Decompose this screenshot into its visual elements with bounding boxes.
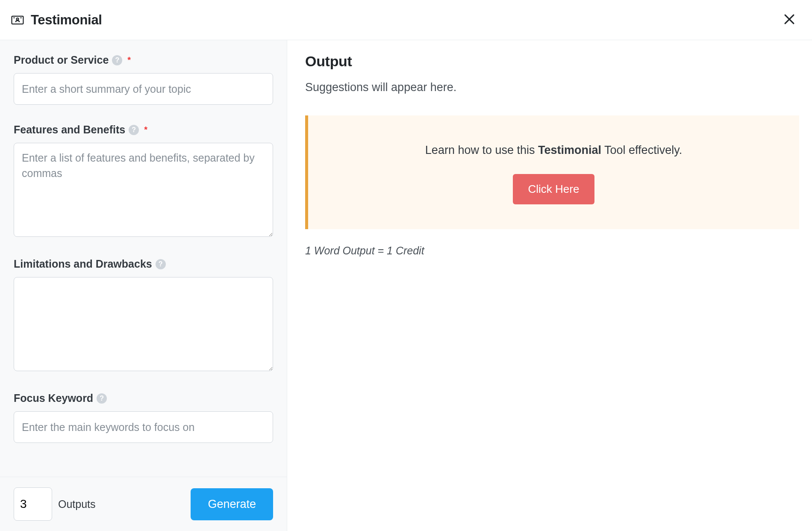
header-bar: Testimonial xyxy=(0,0,812,40)
callout-suffix: Tool effectively. xyxy=(601,144,682,156)
limitations-input[interactable] xyxy=(14,277,273,371)
help-icon: ? xyxy=(112,55,122,65)
output-heading: Output xyxy=(305,53,799,70)
page-title: Testimonial xyxy=(31,12,102,28)
keyword-input[interactable] xyxy=(14,411,273,443)
left-panel: Product or Service ? * Features and Bene… xyxy=(0,40,287,531)
product-label: Product or Service xyxy=(14,54,109,66)
features-label: Features and Benefits xyxy=(14,124,125,136)
left-footer: Outputs Generate xyxy=(0,477,287,531)
features-group: Features and Benefits ? * xyxy=(14,124,273,239)
form-scroll: Product or Service ? * Features and Bene… xyxy=(0,40,287,477)
required-star: * xyxy=(127,55,131,65)
callout-prefix: Learn how to use this xyxy=(425,144,538,156)
outputs-count-input[interactable] xyxy=(14,487,52,521)
learn-more-button[interactable]: Click Here xyxy=(513,174,595,204)
keyword-label-row: Focus Keyword ? xyxy=(14,392,273,404)
features-input[interactable] xyxy=(14,143,273,237)
output-subtitle: Suggestions will appear here. xyxy=(305,81,799,94)
product-input[interactable] xyxy=(14,73,273,105)
limitations-group: Limitations and Drawbacks ? xyxy=(14,258,273,373)
product-label-row: Product or Service ? * xyxy=(14,54,273,66)
close-button[interactable] xyxy=(780,9,799,30)
close-icon xyxy=(782,21,797,28)
required-star: * xyxy=(144,125,147,135)
limitations-label: Limitations and Drawbacks xyxy=(14,258,152,270)
help-icon: ? xyxy=(97,393,107,404)
outputs-label: Outputs xyxy=(58,498,96,510)
main-content: Product or Service ? * Features and Bene… xyxy=(0,40,812,531)
right-panel: Output Suggestions will appear here. Lea… xyxy=(287,40,812,531)
credit-note: 1 Word Output = 1 Credit xyxy=(305,245,799,257)
svg-point-1 xyxy=(17,18,19,20)
header-left: Testimonial xyxy=(10,12,102,28)
features-label-row: Features and Benefits ? * xyxy=(14,124,273,136)
product-group: Product or Service ? * xyxy=(14,54,273,105)
help-icon: ? xyxy=(156,259,166,269)
learn-callout: Learn how to use this Testimonial Tool e… xyxy=(305,115,799,229)
keyword-group: Focus Keyword ? xyxy=(14,392,273,443)
callout-strong: Testimonial xyxy=(538,144,601,156)
outputs-group: Outputs xyxy=(14,487,96,521)
generate-button[interactable]: Generate xyxy=(191,488,273,520)
testimonial-icon xyxy=(10,13,25,27)
limitations-label-row: Limitations and Drawbacks ? xyxy=(14,258,273,270)
keyword-label: Focus Keyword xyxy=(14,392,93,404)
help-icon: ? xyxy=(129,125,139,135)
app-root: Testimonial Product or Service ? * xyxy=(0,0,812,531)
callout-text: Learn how to use this Testimonial Tool e… xyxy=(325,144,782,157)
